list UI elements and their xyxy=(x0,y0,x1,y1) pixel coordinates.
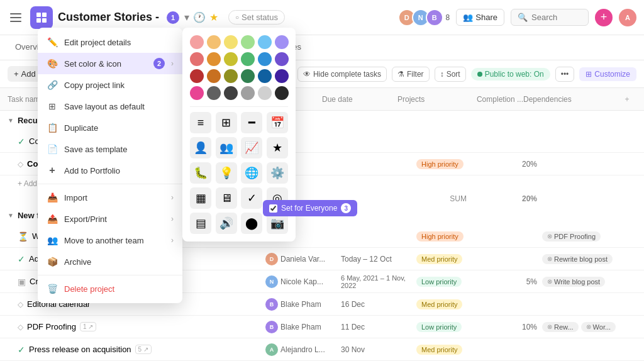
color-swatch[interactable] xyxy=(207,69,221,83)
share-button[interactable]: 👥 Share xyxy=(456,9,504,26)
icon-cell-circle[interactable]: ⬤ xyxy=(241,213,262,234)
color-swatch[interactable] xyxy=(258,35,272,49)
hamburger-button[interactable] xyxy=(8,9,25,26)
icon-cell-people[interactable]: 👥 xyxy=(216,137,237,158)
chevron-down-icon[interactable]: ▾ xyxy=(184,11,189,23)
color-swatch[interactable] xyxy=(258,86,272,100)
avatar: A xyxy=(265,343,278,356)
menu-item-set-color[interactable]: 🎨 Set color & icon 2 › xyxy=(38,53,182,74)
color-swatch[interactable] xyxy=(258,69,272,83)
color-swatch[interactable] xyxy=(224,35,238,49)
dep-pill: ⊗ Rew... xyxy=(542,322,579,332)
icon-cell-globe[interactable]: 🌐 xyxy=(241,162,262,184)
color-swatch[interactable] xyxy=(258,52,272,66)
dep-pill: ⊗ Write blog post xyxy=(542,277,605,287)
task-projects: Low priority xyxy=(416,277,479,286)
icon-cell-person[interactable]: 👤 xyxy=(190,137,211,158)
color-swatch[interactable] xyxy=(241,86,255,100)
color-swatch[interactable] xyxy=(224,69,238,83)
menu-item-save-template[interactable]: 📄 Save as template xyxy=(38,138,182,160)
duplicate-icon: 📋 xyxy=(47,122,58,133)
set-everyone-checkbox[interactable] xyxy=(269,204,277,213)
search-box[interactable]: 🔍 xyxy=(511,9,589,26)
share-icon: 👥 xyxy=(463,13,473,22)
assignee-name: Blake Pham xyxy=(280,323,321,331)
template-icon: 📄 xyxy=(47,143,58,155)
table-row: ◇ PDF Proofing 1 ↗ B Blake Pham 11 Dec L… xyxy=(0,316,644,338)
menu-item-move-team[interactable]: 👥 Move to another team › xyxy=(38,230,182,251)
task-complete-icon: ✓ xyxy=(18,136,25,147)
svg-rect-1 xyxy=(42,13,47,17)
add-button[interactable]: + xyxy=(595,9,613,26)
task-deps: ⊗ Rewrite blog post xyxy=(542,254,636,264)
icon-cell-chart[interactable]: 📈 xyxy=(241,137,262,158)
task-deps: ⊗ PDF Proofing xyxy=(542,231,636,242)
menu-item-duplicate[interactable]: 📋 Duplicate xyxy=(38,117,182,138)
color-swatch[interactable] xyxy=(241,35,255,49)
layout-icon: ⊞ xyxy=(47,101,58,112)
icon-cell-list[interactable]: ≡ xyxy=(190,112,211,133)
section-toggle[interactable]: ▼ xyxy=(8,117,14,124)
menu-item-export[interactable]: 📤 Export/Print › xyxy=(38,208,182,230)
menu-item-delete[interactable]: 🗑️ Delete project xyxy=(38,278,182,299)
plus-icon-menu: + xyxy=(47,165,58,176)
color-swatch[interactable] xyxy=(275,52,289,66)
search-input[interactable] xyxy=(531,13,582,22)
sort-button[interactable]: ↕ Sort xyxy=(435,67,466,82)
menu-item-save-layout[interactable]: ⊞ Save layout as default xyxy=(38,96,182,117)
color-swatch[interactable] xyxy=(275,35,289,49)
color-swatch[interactable] xyxy=(275,69,289,83)
icon-cell-bulb[interactable]: 💡 xyxy=(216,162,237,184)
menu-item-archive[interactable]: 📦 Archive xyxy=(38,251,182,272)
icon-cell-sound[interactable]: 🔊 xyxy=(216,213,237,234)
color-swatch[interactable] xyxy=(275,86,289,100)
icon-cell-grid[interactable]: ⊞ xyxy=(216,112,237,133)
sum-value: 20% xyxy=(479,194,542,203)
menu-item-copy-link[interactable]: 🔗 Copy project link xyxy=(38,74,182,96)
menu-item-add-portfolio[interactable]: + Add to Portfolio xyxy=(38,160,182,181)
color-swatch[interactable] xyxy=(190,86,204,100)
color-swatch[interactable] xyxy=(241,69,255,83)
filter-button[interactable]: ⚗ Filter xyxy=(392,67,430,82)
dep-pill: ⊗ Rewrite blog post xyxy=(542,254,613,264)
color-swatch[interactable] xyxy=(224,86,238,100)
icon-cell-rows[interactable]: ▤ xyxy=(190,213,211,234)
public-status-button[interactable]: Public to web: On xyxy=(471,68,550,81)
icon-cell-star[interactable]: ★ xyxy=(267,137,288,158)
star-icon[interactable]: ★ xyxy=(209,11,218,23)
icon-cell-gear[interactable]: ⚙️ xyxy=(267,162,288,184)
icon-cell-bug[interactable]: 🐛 xyxy=(190,162,211,184)
color-swatch[interactable] xyxy=(207,35,221,49)
diamond-icon: ◇ xyxy=(18,300,23,309)
icon-cell-screen[interactable]: 🖥 xyxy=(216,187,237,209)
task-due: 16 Dec xyxy=(341,300,416,309)
clock-icon[interactable]: 🕐 xyxy=(193,11,206,23)
color-swatch[interactable] xyxy=(190,35,204,49)
color-swatch[interactable] xyxy=(190,69,204,83)
color-swatch[interactable] xyxy=(207,52,221,66)
color-swatch[interactable] xyxy=(224,52,238,66)
color-swatch[interactable] xyxy=(241,52,255,66)
menu-item-edit-project[interactable]: ✏️ Edit project details xyxy=(38,31,182,53)
color-swatch[interactable] xyxy=(207,86,221,100)
dropdown-menu: ✏️ Edit project details 🎨 Set color & ic… xyxy=(38,28,182,303)
add-column-button[interactable]: + xyxy=(618,95,636,104)
priority-badge: High priority xyxy=(416,159,464,169)
section-toggle-2[interactable]: ▼ xyxy=(8,212,14,219)
eye-icon: 👁 xyxy=(303,70,311,79)
customize-button[interactable]: ⊞ Customize xyxy=(579,67,636,81)
icon-cell-dash[interactable]: ━ xyxy=(241,112,262,133)
more-button[interactable]: ••• xyxy=(555,67,575,82)
set-badge: 3 xyxy=(341,203,351,213)
user-avatar[interactable]: A xyxy=(619,9,636,26)
color-swatch[interactable] xyxy=(190,52,204,66)
icon-cell-check[interactable]: ✓ xyxy=(241,187,262,209)
hide-complete-button[interactable]: 👁 Hide complete tasks xyxy=(297,67,387,82)
menu-item-import[interactable]: 📥 Import › xyxy=(38,187,182,208)
set-everyone-label: Set for Everyone xyxy=(281,204,337,213)
task-due: 6 May, 2021 – 1 Nov, 2022 xyxy=(341,274,416,289)
icon-cell-calendar[interactable]: 📅 xyxy=(267,112,288,133)
set-status-button[interactable]: ○ Set status xyxy=(228,10,285,25)
icon-cell-table[interactable]: ▦ xyxy=(190,187,211,209)
col-completion-header[interactable]: Completion ... xyxy=(460,95,523,104)
